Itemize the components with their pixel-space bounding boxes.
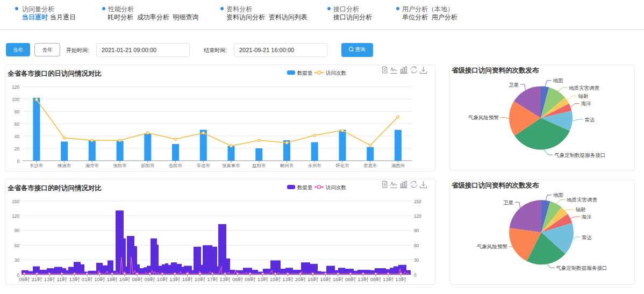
svg-text:长沙市: 长沙市	[30, 163, 43, 168]
svg-text:访问次数: 访问次数	[325, 70, 347, 76]
svg-text:60: 60	[15, 121, 20, 127]
svg-text:数据量: 数据量	[297, 70, 313, 76]
svg-text:19时: 19时	[107, 276, 118, 282]
svg-text:卫星: 卫星	[509, 82, 519, 88]
svg-text:卫星: 卫星	[503, 199, 514, 205]
svg-text:地面: 地面	[553, 192, 564, 198]
svg-text:地面: 地面	[553, 77, 564, 83]
svg-text:株洲市: 株洲市	[57, 163, 71, 168]
svg-text:湘西州: 湘西州	[391, 163, 405, 168]
svg-text:16时: 16时	[333, 276, 344, 282]
svg-text:娄底市: 娄底市	[363, 163, 377, 168]
svg-text:13时: 13时	[257, 276, 269, 282]
svg-text:60: 60	[15, 243, 20, 248]
svg-text:40: 40	[15, 134, 20, 139]
svg-text:地质灾害调查: 地质灾害调查	[566, 197, 598, 203]
svg-text:13时: 13时	[282, 276, 294, 282]
svg-text:13时: 13时	[395, 276, 406, 282]
svg-text:30: 30	[414, 257, 419, 263]
svg-text:09时: 09时	[145, 276, 156, 282]
svg-text:辐射: 辐射	[576, 206, 586, 212]
svg-text:150: 150	[12, 199, 19, 204]
svg-text:海洋: 海洋	[582, 214, 592, 220]
svg-text:怀化市: 怀化市	[335, 163, 349, 168]
svg-text:衡阳市: 衡阳市	[113, 163, 127, 168]
svg-text:21时: 21时	[31, 276, 42, 282]
svg-text:气象风险预警: 气象风险预警	[477, 243, 508, 249]
svg-text:16时: 16时	[320, 276, 331, 282]
svg-text:08时: 08时	[132, 276, 143, 282]
svg-text:20: 20	[15, 146, 20, 152]
svg-text:20时: 20时	[295, 276, 306, 282]
svg-text:气象定制数据服务接口: 气象定制数据服务接口	[554, 152, 605, 158]
svg-text:气象风险预警: 气象风险预警	[468, 114, 499, 120]
svg-text:90: 90	[414, 228, 419, 233]
svg-text:16时: 16时	[119, 276, 131, 282]
svg-text:海洋: 海洋	[581, 101, 591, 106]
svg-text:0: 0	[414, 273, 417, 278]
svg-text:10时: 10时	[195, 276, 206, 282]
svg-text:10时: 10时	[94, 276, 105, 282]
svg-text:13时: 13时	[383, 276, 394, 282]
svg-text:查询: 查询	[355, 46, 366, 52]
svg-text:150: 150	[414, 199, 421, 204]
svg-text:地质灾害调查: 地质灾害调查	[568, 85, 600, 91]
svg-text:湘潭市: 湘潭市	[85, 163, 99, 168]
svg-text:120: 120	[12, 213, 19, 219]
svg-text:13时: 13时	[69, 276, 81, 282]
svg-text:邵阳市: 邵阳市	[141, 163, 154, 168]
svg-text:09时: 09时	[245, 276, 256, 282]
svg-text:13时: 13时	[357, 276, 369, 282]
svg-text:17时: 17时	[207, 276, 218, 282]
svg-text:雷达: 雷达	[582, 234, 592, 240]
svg-text:16时: 16时	[182, 276, 194, 282]
svg-text:90: 90	[15, 228, 20, 233]
svg-text:60: 60	[414, 243, 419, 248]
svg-text:气象定制数据服务接口: 气象定制数据服务接口	[556, 265, 607, 271]
svg-text:永州市: 永州市	[308, 163, 321, 168]
svg-text:08时: 08时	[370, 276, 382, 282]
svg-text:张家界市: 张家界市	[222, 163, 240, 168]
svg-text:辐射: 辐射	[578, 93, 589, 99]
svg-text:09时: 09时	[19, 276, 30, 282]
svg-text:01时: 01时	[82, 276, 93, 282]
svg-text:13时: 13时	[44, 276, 55, 282]
svg-text:13时: 13时	[169, 276, 181, 282]
svg-text:10时: 10时	[157, 276, 168, 282]
svg-text:120: 120	[414, 213, 421, 219]
svg-text:80: 80	[15, 109, 20, 114]
svg-text:100: 100	[12, 97, 19, 102]
svg-text:16时: 16时	[307, 276, 319, 282]
svg-text:郴州市: 郴州市	[280, 163, 294, 168]
svg-text:益阳市: 益阳市	[252, 163, 266, 168]
svg-text:13时: 13时	[220, 276, 231, 282]
svg-text:数据量: 数据量	[297, 184, 313, 190]
svg-text:08时: 08时	[345, 276, 356, 282]
svg-text:常德市: 常德市	[197, 163, 210, 168]
svg-text:15时: 15时	[270, 276, 281, 282]
svg-text:30: 30	[15, 257, 20, 263]
svg-text:岳阳市: 岳阳市	[169, 163, 182, 168]
svg-text:11时: 11时	[57, 276, 68, 282]
svg-text:0: 0	[17, 159, 19, 164]
svg-text:访问次数: 访问次数	[325, 184, 347, 190]
svg-text:雷达: 雷达	[585, 117, 595, 123]
svg-text:120: 120	[12, 84, 19, 90]
svg-text:08时: 08时	[232, 276, 244, 282]
